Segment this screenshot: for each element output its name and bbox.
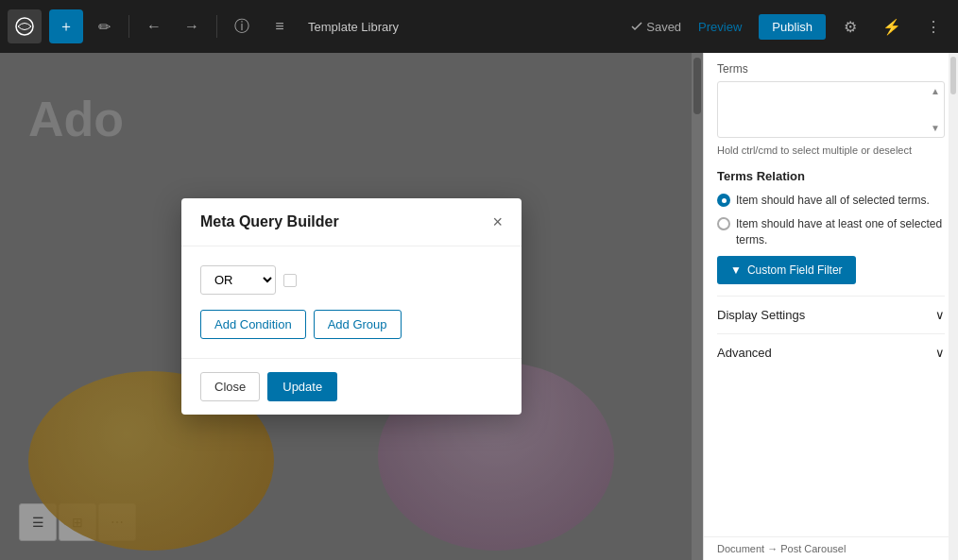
main-area: Ado ☰ ⊞ ⋯ Meta Query Builder × OR [0,53,958,560]
info-button[interactable]: ⓘ [225,9,259,43]
advanced-accordion: Advanced ∨ [717,333,945,371]
advanced-chevron: ∨ [935,346,945,360]
lightning-button[interactable]: ⚡ [875,9,909,43]
modal-title: Meta Query Builder [200,213,339,230]
redo-button[interactable]: → [175,9,209,43]
more-options-button[interactable]: ⋮ [916,9,950,43]
wp-logo[interactable] [8,9,42,43]
divider-1 [128,15,129,38]
breadcrumb: Document → Post Carousel [704,536,958,560]
toolbar: ＋ ✏ ← → ⓘ ≡ Template Library Saved Previ… [0,0,958,53]
display-settings-header[interactable]: Display Settings ∨ [717,308,945,322]
advanced-header[interactable]: Advanced ∨ [717,346,945,360]
terms-select-wrapper: ▲ ▼ [717,81,945,138]
radio-all: Item should have all of selected terms. [717,193,945,209]
modal-action-row: Add Condition Add Group [200,310,503,339]
add-condition-button[interactable]: Add Condition [200,310,306,339]
custom-field-filter-button[interactable]: ▼ Custom Field Filter [717,256,856,284]
right-sidebar: Terms ▲ ▼ Hold ctrl/cmd to select multip… [703,53,958,560]
modal-header: Meta Query Builder × [181,198,522,246]
sidebar-scroll-indicator [949,53,958,560]
undo-button[interactable]: ← [137,9,171,43]
saved-status: Saved [631,20,681,34]
display-settings-chevron: ∨ [935,308,945,322]
terms-scroll-up[interactable]: ▲ [931,86,940,96]
add-button[interactable]: ＋ [49,9,83,43]
add-group-button[interactable]: Add Group [314,310,402,339]
sidebar-scroll-area: Terms ▲ ▼ Hold ctrl/cmd to select multip… [704,53,958,536]
terms-hint: Hold ctrl/cmd to select multiple or dese… [717,144,945,158]
edit-button[interactable]: ✏ [87,9,121,43]
preview-button[interactable]: Preview [689,14,751,40]
modal-close-button[interactable]: × [492,213,503,230]
or-and-select[interactable]: OR AND [200,265,276,295]
radio-all-circle[interactable] [717,194,730,207]
radio-atleast-label: Item should have at least one of selecte… [736,216,945,248]
filter-icon: ▼ [730,263,742,277]
page-title: Template Library [308,20,627,34]
canvas: Ado ☰ ⊞ ⋯ Meta Query Builder × OR [0,53,703,560]
responsive-button[interactable]: ≡ [263,9,297,43]
modal-checkbox[interactable] [283,274,297,287]
modal-select-row: OR AND [200,265,503,295]
radio-atleast-circle[interactable] [717,217,730,230]
meta-query-builder-modal: Meta Query Builder × OR AND Add Conditio… [181,198,522,415]
display-settings-accordion: Display Settings ∨ [717,296,945,333]
toolbar-right: Saved Preview Publish ⚙ ⚡ ⋮ [631,9,950,43]
terms-label: Terms [717,62,945,76]
close-button[interactable]: Close [200,372,260,401]
radio-all-label: Item should have all of selected terms. [736,193,930,209]
modal-footer: Close Update [181,358,522,415]
sidebar-scroll-thumb [950,57,956,94]
update-button[interactable]: Update [267,372,337,401]
radio-atleast: Item should have at least one of selecte… [717,216,945,248]
settings-button[interactable]: ⚙ [833,9,867,43]
divider-2 [216,15,217,38]
publish-button[interactable]: Publish [759,14,826,40]
terms-relation-label: Terms Relation [717,169,945,183]
modal-body: OR AND Add Condition Add Group [181,246,522,358]
terms-scroll-down[interactable]: ▼ [931,123,940,133]
modal-overlay: Meta Query Builder × OR AND Add Conditio… [0,53,703,560]
